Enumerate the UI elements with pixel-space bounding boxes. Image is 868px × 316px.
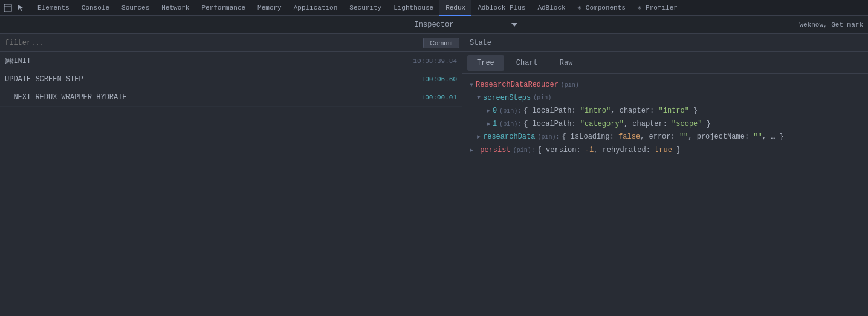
tree-value: { version: -1, rehydrated: true } (537, 144, 681, 157)
state-label: State (470, 39, 491, 47)
toggle-arrow[interactable]: ► (487, 119, 490, 130)
toggle-arrow[interactable]: ▼ (477, 93, 481, 104)
pin-badge: (pin) (561, 80, 579, 91)
tree-value: { localPath: "category", chapter: "scope… (523, 118, 711, 131)
tree-line-1[interactable]: ► 1 (pin): { localPath: "category", chap… (462, 118, 868, 131)
inspector-title: Inspector (415, 21, 454, 29)
main-layout: Inspector Weknow, Get mark Commit @@INIT… (0, 16, 868, 316)
action-name: UPDATE_SCREEN_STEP (5, 75, 83, 84)
toggle-arrow[interactable]: ► (477, 132, 481, 143)
action-time: 10:08:39.84 (413, 58, 457, 65)
tab-tree[interactable]: Tree (467, 55, 504, 71)
pin-badge: (pin): (499, 106, 521, 117)
tree-key: 0 (493, 105, 497, 118)
state-header: State (462, 34, 868, 52)
tab-redux[interactable]: Redux (439, 0, 471, 16)
tree-line-persist[interactable]: ► _persist (pin): { version: -1, rehydra… (462, 144, 868, 157)
filter-input[interactable] (2, 39, 423, 47)
action-item-init[interactable]: @@INIT 10:08:39.84 (0, 52, 462, 70)
tab-memory[interactable]: Memory (251, 0, 288, 16)
pin-badge: (pin) (533, 93, 551, 104)
svg-marker-2 (18, 5, 23, 11)
inspector-dropdown[interactable] (511, 23, 517, 27)
inspector-right-text: Weknow, Get mark (799, 21, 868, 28)
tab-adblock[interactable]: AdBlock (531, 0, 571, 16)
tree-line-research-data-reducer[interactable]: ▼ ResearchDataReducer (pin) (462, 79, 868, 92)
svg-rect-0 (4, 4, 11, 12)
pin-badge: (pin): (537, 132, 559, 143)
tab-lighthouse[interactable]: Lighthouse (387, 0, 439, 16)
tab-adblock-plus[interactable]: Adblock Plus (471, 0, 531, 16)
tree-key: 1 (493, 118, 497, 131)
tree-value: { isLoading: false, error: "", projectNa… (562, 131, 783, 144)
toggle-arrow[interactable]: ► (470, 145, 473, 156)
filter-row: Commit (0, 34, 462, 52)
tab-performance[interactable]: Performance (195, 0, 251, 16)
tab-components[interactable]: ✳ Components (572, 0, 632, 16)
tree-key: _persist (476, 144, 511, 157)
left-panel: Commit @@INIT 10:08:39.84 UPDATE_SCREEN_… (0, 34, 462, 316)
tree-line-0[interactable]: ► 0 (pin): { localPath: "intro", chapter… (462, 105, 868, 118)
tab-application[interactable]: Application (288, 0, 344, 16)
tree-key: ResearchDataReducer (476, 79, 559, 92)
devtools-tabbar: Elements Console Sources Network Perform… (0, 0, 868, 16)
right-panel: State Tree Chart Raw ▼ ResearchDataReduc… (462, 34, 868, 316)
tree-line-screen-steps[interactable]: ▼ screenSteps (pin) (462, 92, 868, 105)
inspect-icon[interactable] (2, 2, 13, 13)
action-time: +00:06.60 (421, 76, 457, 83)
action-item-hydrate[interactable]: __NEXT_REDUX_WRAPPER_HYDRATE__ +00:00.01 (0, 88, 462, 107)
pin-badge: (pin): (513, 145, 535, 156)
content-area: Commit @@INIT 10:08:39.84 UPDATE_SCREEN_… (0, 34, 868, 316)
tab-console[interactable]: Console (76, 0, 115, 16)
action-item-update-screen[interactable]: UPDATE_SCREEN_STEP +00:06.60 (0, 70, 462, 88)
tree-key: screenSteps (483, 92, 531, 105)
action-name: __NEXT_REDUX_WRAPPER_HYDRATE__ (5, 93, 135, 102)
tab-security[interactable]: Security (343, 0, 387, 16)
cursor-icon[interactable] (16, 2, 27, 13)
action-list: @@INIT 10:08:39.84 UPDATE_SCREEN_STEP +0… (0, 52, 462, 316)
state-tree: ▼ ResearchDataReducer (pin) ▼ screenStep… (462, 74, 868, 316)
tree-line-research-data[interactable]: ► researchData (pin): { isLoading: false… (462, 131, 868, 144)
toggle-arrow[interactable]: ► (487, 106, 490, 117)
tab-sources[interactable]: Sources (115, 0, 155, 16)
tree-key: researchData (483, 131, 535, 144)
toggle-arrow[interactable]: ▼ (470, 80, 473, 91)
commit-button[interactable]: Commit (423, 38, 459, 48)
tab-elements[interactable]: Elements (31, 0, 76, 16)
pin-badge: (pin): (499, 119, 521, 130)
tab-network[interactable]: Network (155, 0, 195, 16)
tree-value: { localPath: "intro", chapter: "intro" } (523, 105, 698, 118)
inspector-header: Inspector Weknow, Get mark (0, 16, 868, 34)
view-tabs: Tree Chart Raw (462, 52, 868, 74)
action-name: @@INIT (5, 57, 31, 65)
tab-chart[interactable]: Chart (507, 55, 548, 71)
action-time: +00:00.01 (421, 94, 457, 101)
tab-raw[interactable]: Raw (550, 55, 583, 71)
devtools-icons (2, 2, 27, 13)
tab-profiler[interactable]: ✳ Profiler (632, 0, 684, 16)
